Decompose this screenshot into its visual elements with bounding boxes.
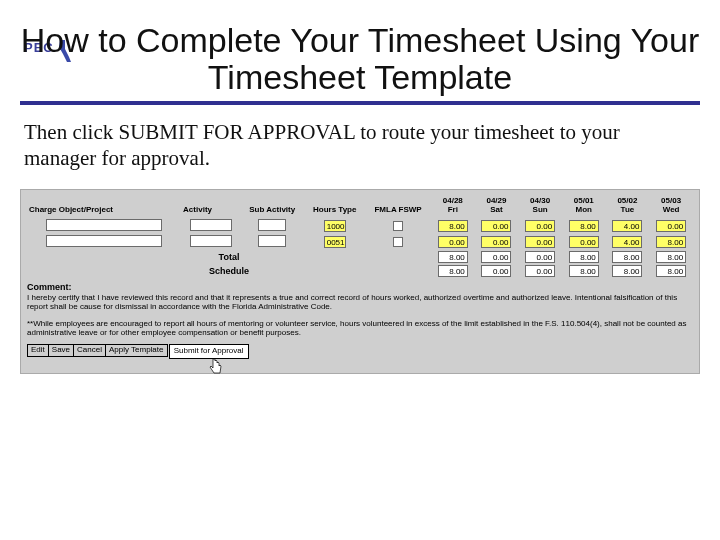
total-label: Total: [27, 250, 431, 264]
timesheet-screenshot: Charge Object/Project Activity Sub Activ…: [20, 189, 700, 374]
total-value: 0.00: [481, 251, 511, 263]
hours-type-input[interactable]: 0051: [324, 236, 346, 248]
hours-input[interactable]: 8.00: [438, 220, 468, 232]
col-date-2: 04/30Sun: [518, 196, 562, 217]
schedule-value: 0.00: [525, 265, 555, 277]
fmla-checkbox[interactable]: [393, 221, 403, 231]
hours-input[interactable]: 4.00: [612, 236, 642, 248]
instruction-text: Then click SUBMIT FOR APPROVAL to route …: [24, 119, 696, 172]
schedule-value: 0.00: [481, 265, 511, 277]
col-sub-activity: Sub Activity: [240, 196, 304, 217]
col-charge-object: Charge Object/Project: [27, 196, 181, 217]
hours-input[interactable]: 0.00: [438, 236, 468, 248]
table-row: 0051 0.00 0.00 0.00 0.00 4.00 8.00: [27, 234, 693, 250]
hours-input[interactable]: 8.00: [656, 236, 686, 248]
comment-label: Comment:: [27, 278, 693, 292]
total-value: 8.00: [438, 251, 468, 263]
hours-input[interactable]: 0.00: [569, 236, 599, 248]
apply-template-button[interactable]: Apply Template: [105, 344, 168, 357]
certification-text-1: I hereby certify that I have reviewed th…: [27, 292, 693, 312]
sub-activity-input[interactable]: [258, 219, 286, 231]
sub-activity-input[interactable]: [258, 235, 286, 247]
cancel-button[interactable]: Cancel: [73, 344, 106, 357]
hours-input[interactable]: 0.00: [481, 236, 511, 248]
total-value: 8.00: [656, 251, 686, 263]
schedule-label: Schedule: [27, 264, 431, 278]
divider: [20, 101, 700, 105]
table-header-row: Charge Object/Project Activity Sub Activ…: [27, 196, 693, 217]
submit-for-approval-button[interactable]: Submit for Approval: [169, 344, 249, 359]
button-row: EditSaveCancelApply Template Submit for …: [27, 338, 693, 359]
hours-input[interactable]: 4.00: [612, 220, 642, 232]
schedule-value: 8.00: [612, 265, 642, 277]
total-value: 8.00: [569, 251, 599, 263]
hours-input[interactable]: 0.00: [525, 220, 555, 232]
hours-type-input[interactable]: 1000: [324, 220, 346, 232]
submit-label: Submit for Approval: [174, 346, 244, 355]
hours-input[interactable]: 0.00: [656, 220, 686, 232]
schedule-row: Schedule 8.00 0.00 0.00 8.00 8.00 8.00: [27, 264, 693, 278]
schedule-value: 8.00: [656, 265, 686, 277]
save-button[interactable]: Save: [48, 344, 74, 357]
schedule-value: 8.00: [569, 265, 599, 277]
total-value: 8.00: [612, 251, 642, 263]
col-date-1: 04/29Sat: [475, 196, 519, 217]
table-row: 1000 8.00 0.00 0.00 8.00 4.00 0.00: [27, 218, 693, 234]
edit-button[interactable]: Edit: [27, 344, 49, 357]
hours-input[interactable]: 0.00: [481, 220, 511, 232]
timesheet-table: Charge Object/Project Activity Sub Activ…: [27, 196, 693, 277]
col-hours-type: Hours Type: [304, 196, 365, 217]
col-fmla: FMLA FSWP: [365, 196, 431, 217]
col-date-5: 05/03Wed: [649, 196, 693, 217]
col-date-3: 05/01Mon: [562, 196, 606, 217]
col-date-0: 04/28Fri: [431, 196, 475, 217]
charge-object-input[interactable]: [46, 219, 162, 231]
col-date-4: 05/02Tue: [606, 196, 650, 217]
col-activity: Activity: [181, 196, 240, 217]
schedule-value: 8.00: [438, 265, 468, 277]
hours-input[interactable]: 8.00: [569, 220, 599, 232]
total-value: 0.00: [525, 251, 555, 263]
certification-text-2: **While employees are encouraged to repo…: [27, 318, 693, 338]
charge-object-input[interactable]: [46, 235, 162, 247]
cursor-pointer-icon: [209, 358, 223, 374]
page-title: How to Complete Your Timesheet Using You…: [20, 22, 700, 97]
hours-input[interactable]: 0.00: [525, 236, 555, 248]
totals-row: Total 8.00 0.00 0.00 8.00 8.00 8.00: [27, 250, 693, 264]
activity-input[interactable]: [190, 219, 232, 231]
fmla-checkbox[interactable]: [393, 237, 403, 247]
activity-input[interactable]: [190, 235, 232, 247]
